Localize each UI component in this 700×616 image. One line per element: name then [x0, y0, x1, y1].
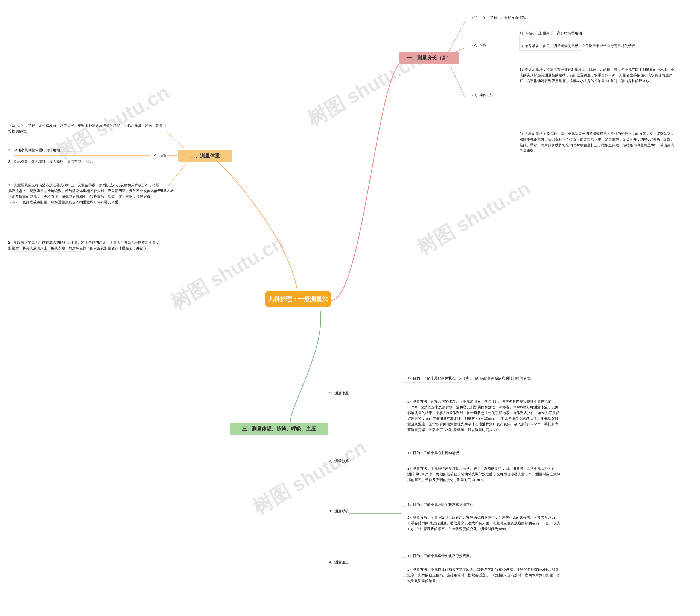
svg-line-8 — [447, 59, 465, 97]
branch-er-label: 二、测量体重 — [190, 152, 220, 159]
er-celiang-item2: 2）年龄较大的患儿可站在成人的磅秤上测量。对不合作的患儿，测量者可将患儿一同抱起… — [8, 240, 161, 251]
er-zhunbei-label: （2）准备 — [150, 152, 166, 158]
san-tiwen-item2: 2）测量方法：选择合适的体温计（小儿常用腋下体温计）。医学教育网搜集整理测量体温… — [408, 399, 561, 433]
center-label: 儿科护理：一般测量法 — [268, 295, 328, 303]
yi-mudi-label: （1）目的：了解小儿骨骼发育情况。 — [470, 15, 529, 21]
branch-san-node: 三、测量体温、脉搏、呼吸、血压 — [230, 423, 328, 435]
connector-lines — [0, 0, 700, 616]
san-xueya-item2: 2）测量方法：小儿血压计袖带的宽度应为上臂长度的2／3袖带过宽，测得的血压数值偏… — [408, 567, 561, 584]
san-tiwen-label: （1）测量体温 — [325, 390, 349, 396]
yi-caozuo-item1: 1）婴儿测量法：将清洁布平铺在测量板上，脱去小儿的帽、鞋，使小儿仰卧于测量板的中… — [520, 67, 675, 84]
branch-er-node: 二、测量体重 — [178, 150, 233, 162]
er-mudi-text: （1）目的：了解小儿体格发育、营养状况，观察水肿消退及增长的情况，为临床输液、给… — [8, 123, 167, 134]
branch-yi-label: 一、测量身长（高） — [407, 55, 451, 61]
yi-zhunbei-item1: 1）评估小儿测量身长（高）时所需用物。 — [520, 30, 585, 36]
san-xueya-label: （4）测量血压 — [325, 560, 349, 565]
er-zhunbei-item2: 2）物品准备：婴儿磅秤、成人磅秤、清洁布或小毛毯。 — [8, 159, 96, 165]
branch-yi-node: 一、测量身长（高） — [399, 52, 459, 64]
san-maibo-label: （2）测量脉搏 — [325, 458, 349, 464]
yi-zhunbei-label: （2）准备 — [470, 42, 486, 48]
yi-caozuo-label: （3）操作方法 — [470, 92, 493, 98]
san-huxi-item2: 2）测量方法：测量呼吸时，应在患儿安静的状态下进行，为缓解小儿的紧张感、分散其注… — [408, 515, 561, 532]
san-xueya-item1: 1）目的：了解小儿病情变化及疗效观察。 — [408, 553, 473, 559]
watermark-5: 树图 shutu.cn — [248, 434, 371, 521]
er-celiang-item1: 1）测量婴儿应先将清洁布放在婴儿磅秤上，调整至零点，然后脱去小儿衣服和尿裤或尿布… — [8, 182, 161, 205]
san-huxi-label: （3）测量呼吸 — [325, 509, 349, 514]
yi-caozuo-item2: 2）儿童测量法：脱去鞋、帽，小儿站立于测量器或有身高量杆的磅秤上，面向前，立正姿… — [520, 131, 675, 154]
san-maibo-item2: 2）测量方法：小儿脉搏易受进食、活动、哭闹、发热的影响，因此测量时，应使小儿安静… — [408, 466, 561, 483]
center-node: 儿科护理：一般测量法 — [265, 292, 331, 307]
branch-san-label: 三、测量体温、脉搏、呼吸、血压 — [242, 426, 316, 432]
san-huxi-item1: 1）目的：了解小儿呼吸的状态和病情变化。 — [408, 502, 477, 508]
watermark-4: 树图 shutu.cn — [412, 175, 535, 261]
er-zhunbei-item1: 1）评估小儿测量体重时所需用物。 — [8, 147, 63, 153]
svg-line-22 — [164, 157, 191, 191]
svg-line-0 — [447, 22, 465, 55]
yi-zhunbei-item2: 2）物品准备：皮尺、测量桌或测量板、立位测量器或带有身高量杆的磅秤。 — [520, 43, 639, 49]
san-tiwen-item1: 1）目的：了解小儿的身体状态，为诊断、治疗疾病和判断疾病的转归提供依据。 — [408, 376, 534, 381]
san-maibo-item1: 1）目的：了解小儿心脏搏动情况。 — [408, 450, 463, 456]
mindmap-container: 儿科护理：一般测量法 一、测量身长（高） （1）目的：了解小儿骨骼发育情况。 （… — [0, 0, 700, 616]
